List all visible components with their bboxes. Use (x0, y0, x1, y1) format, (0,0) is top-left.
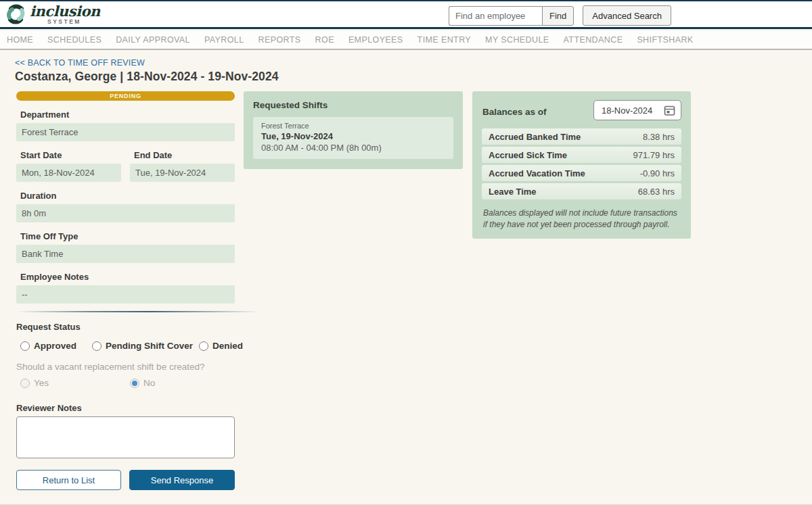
radio-approved-label: Approved (34, 341, 76, 351)
nav-schedules[interactable]: SCHEDULES (47, 35, 102, 45)
balance-row-label: Leave Time (489, 187, 537, 197)
replacement-shift-question: Should a vacant replacement shift be cre… (16, 362, 235, 372)
radio-yes-icon (20, 379, 30, 388)
nav-payroll[interactable]: PAYROLL (204, 35, 244, 45)
brand-name: inclusion (30, 4, 100, 18)
search-input[interactable] (449, 6, 542, 26)
department-value: Forest Terrace (16, 123, 235, 141)
shift-card: Forest Terrace Tue, 19-Nov-2024 08:00 AM… (253, 117, 453, 159)
balances-date-value: 18-Nov-2024 (602, 105, 652, 116)
nav-roe[interactable]: ROE (315, 35, 334, 45)
send-response-button[interactable]: Send Response (129, 470, 235, 490)
app-screen: inclusion SYSTEM Find Advanced Search HO… (0, 0, 812, 505)
balances-date-input[interactable]: 18-Nov-2024 (593, 100, 681, 120)
nav-reports[interactable]: REPORTS (258, 35, 301, 45)
return-to-list-button[interactable]: Return to List (16, 470, 121, 490)
nav-employees[interactable]: EMPLOYEES (348, 35, 403, 45)
time-off-type-label: Time Off Type (20, 232, 235, 241)
balance-row-label: Accrued Vacation Time (489, 168, 585, 178)
balance-row-value: -0.90 hrs (640, 168, 675, 178)
brand-text: inclusion SYSTEM (30, 4, 100, 25)
balance-row-leave: Leave Time 68.63 hrs (482, 183, 681, 199)
replacement-shift-options: Yes No (16, 379, 235, 389)
radio-denied-label: Denied (212, 341, 243, 351)
balance-row-label: Accrued Sick Time (489, 150, 567, 160)
balance-row-value: 8.38 hrs (643, 132, 675, 142)
status-badge-label: PENDING (110, 93, 141, 99)
balance-row-value: 68.63 hrs (638, 187, 675, 197)
balance-row-value: 971.79 hrs (633, 150, 675, 160)
radio-pending-shift-cover-icon[interactable] (92, 341, 102, 351)
employee-notes-value: -- (16, 285, 235, 304)
radio-no: No (130, 379, 155, 388)
main-nav: HOME SCHEDULES DAILY APPROVAL PAYROLL RE… (0, 31, 812, 50)
balances-rows: Accrued Banked Time 8.38 hrs Accrued Sic… (482, 128, 681, 199)
balance-row-label: Accrued Banked Time (489, 132, 581, 142)
duration-label: Duration (20, 191, 235, 201)
calendar-icon[interactable] (664, 105, 675, 116)
time-off-detail-form: PENDING Department Forest Terrace Start … (16, 91, 235, 490)
employee-search: Find Advanced Search (449, 5, 671, 26)
inclusion-logo-icon (5, 3, 26, 25)
radio-pending-shift-cover[interactable]: Pending Shift Cover (92, 341, 193, 351)
radio-no-icon (130, 379, 139, 388)
radio-approved[interactable]: Approved (20, 341, 76, 351)
employee-notes-label: Employee Notes (20, 272, 235, 282)
brand-tagline: SYSTEM (47, 19, 100, 25)
requested-shifts-title: Requested Shifts (253, 100, 453, 110)
radio-no-label: No (143, 379, 155, 388)
radio-denied[interactable]: Denied (199, 341, 243, 351)
back-to-time-off-review-link[interactable]: << BACK TO TIME OFF REVIEW (15, 58, 145, 68)
balance-row-vacation: Accrued Vacation Time -0.90 hrs (482, 165, 681, 181)
radio-yes-label: Yes (34, 379, 49, 388)
action-buttons: Return to List Send Response (16, 470, 235, 490)
balances-panel: Balances as of 18-Nov-2024 Accrued Banke… (472, 91, 691, 239)
end-date-value: Tue, 19-Nov-2024 (130, 164, 235, 182)
nav-home[interactable]: HOME (7, 35, 33, 45)
shift-time: 08:00 AM - 04:00 PM (8h 00m) (261, 143, 445, 153)
balances-title: Balances as of (482, 107, 547, 117)
end-date-label: End Date (134, 151, 235, 160)
status-badge: PENDING (16, 91, 235, 101)
shift-date: Tue, 19-Nov-2024 (261, 131, 445, 141)
duration-value: 8h 0m (16, 204, 235, 222)
reviewer-notes-label: Reviewer Notes (16, 403, 235, 413)
nav-attendance[interactable]: ATTENDANCE (564, 35, 623, 45)
section-divider (16, 311, 260, 312)
balances-note: Balances displayed will not include futu… (482, 208, 681, 231)
header: inclusion SYSTEM Find Advanced Search (0, 1, 812, 29)
request-status-options: Approved Pending Shift Cover Denied (16, 341, 235, 352)
find-button[interactable]: Find (542, 6, 574, 26)
start-date-label: Start Date (20, 151, 121, 160)
nav-daily-approval[interactable]: DAILY APPROVAL (116, 35, 190, 45)
time-off-type-value: Bank Time (16, 245, 235, 263)
nav-time-entry[interactable]: TIME ENTRY (418, 35, 471, 45)
nav-my-schedule[interactable]: MY SCHEDULE (485, 35, 549, 45)
start-date-value: Mon, 18-Nov-2024 (16, 164, 121, 182)
page-title: Costanza, George | 18-Nov-2024 - 19-Nov-… (15, 70, 279, 84)
balance-row-banked: Accrued Banked Time 8.38 hrs (482, 128, 681, 145)
department-label: Department (20, 110, 235, 120)
radio-pending-shift-cover-label: Pending Shift Cover (106, 341, 193, 351)
radio-approved-icon[interactable] (20, 341, 30, 351)
shift-department: Forest Terrace (261, 122, 445, 130)
nav-shiftshark[interactable]: SHIFTSHARK (637, 35, 693, 45)
radio-yes: Yes (20, 379, 49, 388)
radio-denied-icon[interactable] (199, 341, 208, 351)
brand-logo[interactable]: inclusion SYSTEM (5, 3, 100, 25)
reviewer-notes-textarea[interactable] (16, 416, 235, 458)
advanced-search-button[interactable]: Advanced Search (583, 5, 671, 26)
requested-shifts-panel: Requested Shifts Forest Terrace Tue, 19-… (244, 91, 463, 169)
request-status-label: Request Status (16, 322, 235, 332)
balance-row-sick: Accrued Sick Time 971.79 hrs (482, 147, 681, 163)
